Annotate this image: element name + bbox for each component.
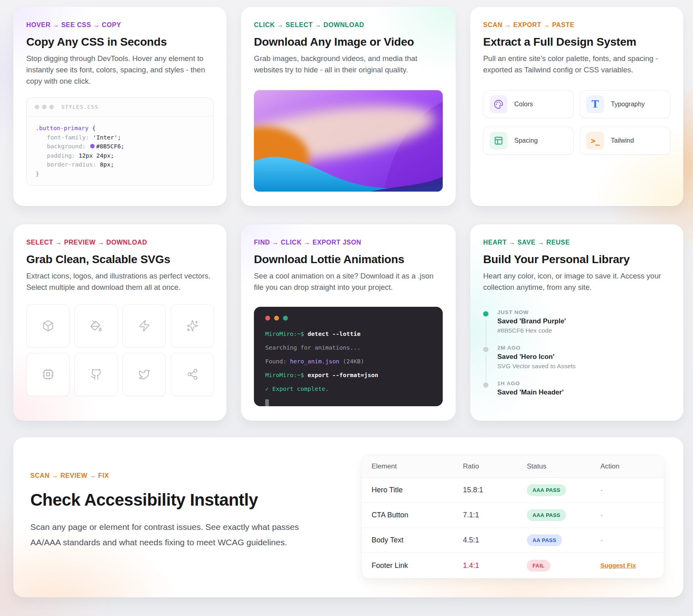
status-badge: FAIL	[527, 560, 550, 572]
column-header-status: Status	[527, 462, 600, 470]
tile-tailwind[interactable]: >_ Tailwind	[580, 127, 670, 155]
suggest-fix-link[interactable]: Suggest Fix	[600, 562, 636, 569]
card-title-grab-svgs: Grab Clean, Scalable SVGs	[26, 253, 213, 266]
zap-icon	[138, 320, 150, 332]
kicker-copy-css: HOVER → SEE CSS → COPY	[26, 21, 213, 29]
column-header-ratio: Ratio	[463, 462, 527, 470]
svg-icon-grid	[26, 304, 213, 396]
code-line: background: #8B5CF6;	[36, 142, 204, 151]
tile-typography[interactable]: T Typography	[580, 90, 670, 118]
cell-ratio: 4.5:1	[463, 536, 527, 544]
terminal-line: MiroMiro:~$ export --format=json	[265, 368, 431, 382]
svg-tile-cpu[interactable]	[26, 353, 70, 396]
tile-colors[interactable]: Colors	[483, 90, 574, 118]
typography-icon: T	[586, 95, 604, 113]
cell-status: AA PASS	[527, 534, 600, 546]
svg-tile-zap[interactable]	[123, 304, 166, 348]
code-content: .button-primary { font-family: 'Inter'; …	[27, 116, 213, 186]
card-design-system: SCAN → EXPORT → PASTE Extract a Full Des…	[470, 7, 683, 206]
card-title-design-system: Extract a Full Design System	[483, 36, 670, 49]
paint-bucket-icon	[90, 320, 102, 332]
timeline-item: 2M AGO Saved 'Hero Icon' SVG Vector save…	[483, 345, 670, 380]
timeline-dot-icon	[483, 311, 488, 316]
code-filename: STYLES.CSS	[61, 104, 98, 110]
cell-element: Footer Link	[372, 561, 463, 570]
timeline-title: Saved 'Hero Icon'	[497, 353, 576, 361]
contrast-table: Element Ratio Status Action Hero Title 1…	[361, 455, 664, 578]
features-section: HOVER → SEE CSS → COPY Copy Any CSS in S…	[13, 7, 683, 597]
cell-ratio: 7.1:1	[463, 511, 527, 519]
kicker-design-system: SCAN → EXPORT → PASTE	[483, 21, 670, 29]
svg-tile-github[interactable]	[74, 353, 118, 396]
window-dot-icon	[42, 105, 46, 109]
timeline-time: 1H AGO	[497, 380, 564, 386]
cell-action: Suggest Fix	[600, 562, 654, 569]
cell-action: -	[600, 511, 654, 519]
layout-icon	[490, 132, 507, 150]
card-desc-library: Heart any color, icon, or image to save …	[483, 270, 670, 293]
timeline-rail	[483, 380, 488, 407]
maximize-dot-icon	[283, 316, 288, 321]
code-window: STYLES.CSS .button-primary { font-family…	[26, 97, 213, 186]
card-grab-svgs: SELECT → PREVIEW → DOWNLOAD Grab Clean, …	[13, 224, 226, 421]
svg-tile-sparkles[interactable]	[171, 304, 214, 348]
code-line: .button-primary {	[36, 124, 204, 133]
code-line: }	[36, 169, 204, 179]
column-header-action: Action	[600, 462, 654, 470]
card-desc-design-system: Pull an entire site's color palette, fon…	[483, 53, 670, 76]
svg-tile-share[interactable]	[171, 353, 214, 396]
timeline-title: Saved 'Brand Purple'	[497, 317, 566, 325]
cpu-icon	[42, 368, 54, 380]
status-badge: AAA PASS	[527, 509, 566, 521]
github-icon	[90, 368, 102, 380]
svg-tile-paint-bucket[interactable]	[74, 304, 118, 348]
cell-status: FAIL	[527, 560, 600, 572]
card-desc-lottie: See a cool animation on a site? Download…	[254, 270, 443, 293]
accessibility-text-block: SCAN → REVIEW → FIX Check Accessibility …	[30, 472, 313, 550]
tile-label: Typography	[611, 101, 645, 108]
terminal-titlebar	[265, 316, 431, 321]
timeline-dot-icon	[483, 347, 488, 352]
terminal-line: Searching for animations...	[265, 341, 431, 354]
kicker-library: HEART → SAVE → REUSE	[483, 239, 670, 246]
card-title-library: Build Your Personal Library	[483, 253, 670, 266]
timeline-connector	[486, 319, 486, 346]
card-lottie: FIND → CLICK → EXPORT JSON Download Lott…	[241, 224, 456, 421]
terminal-line: Found: hero_anim.json (24KB)	[265, 354, 431, 368]
terminal-prompt-icon: >_	[586, 132, 604, 150]
terminal-cursor	[265, 399, 269, 406]
code-line: padding: 12px 24px;	[36, 151, 204, 160]
terminal-window: MiroMiro:~$ detect --lottie Searching fo…	[254, 307, 443, 407]
cell-status: AAA PASS	[527, 509, 600, 521]
timeline-title: Saved 'Main Header'	[497, 388, 564, 397]
code-line: font-family: 'Inter';	[36, 133, 204, 142]
cell-element: CTA Button	[372, 511, 463, 519]
timeline-item: JUST NOW Saved 'Brand Purple' #8B5CF6 He…	[483, 309, 670, 345]
box-icon	[42, 320, 54, 332]
timeline-subtitle: #8B5CF6 Hex code	[497, 327, 566, 334]
svg-tile-twitter[interactable]	[123, 353, 166, 396]
tile-spacing[interactable]: Spacing	[483, 127, 574, 155]
tile-label: Colors	[514, 101, 533, 108]
card-title-accessibility: Check Accessibility Instantly	[30, 490, 313, 510]
share-icon	[186, 368, 199, 380]
status-badge: AA PASS	[527, 534, 562, 546]
timeline-content: 1H AGO Saved 'Main Header'	[497, 380, 564, 407]
table-row: CTA Button 7.1:1 AAA PASS -	[362, 503, 664, 528]
cell-element: Hero Title	[372, 486, 463, 494]
timeline-rail	[483, 345, 488, 380]
tile-label: Tailwind	[611, 137, 634, 144]
terminal-line: ✓ Export complete.	[265, 382, 431, 396]
window-dot-icon	[35, 105, 39, 109]
tile-label: Spacing	[514, 137, 538, 144]
kicker-grab-svgs: SELECT → PREVIEW → DOWNLOAD	[26, 239, 213, 246]
card-copy-css: HOVER → SEE CSS → COPY Copy Any CSS in S…	[13, 7, 226, 206]
window-dot-icon	[49, 105, 54, 109]
card-title-lottie: Download Lottie Animations	[254, 253, 443, 266]
timeline-rail	[483, 309, 488, 345]
terminal-cursor-line	[265, 396, 431, 407]
gradient-artwork-image	[254, 90, 443, 192]
card-title-download-media: Download Any Image or Video	[254, 36, 443, 49]
svg-tile-box[interactable]	[26, 304, 70, 348]
palette-icon	[490, 95, 507, 113]
